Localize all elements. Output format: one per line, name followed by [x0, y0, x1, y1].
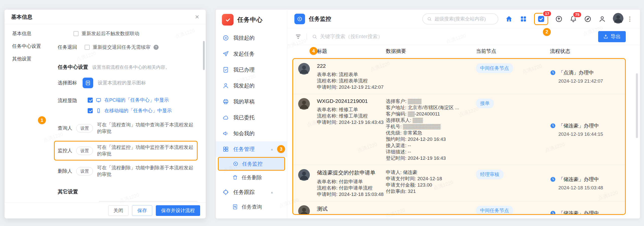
dialog-nav-other-settings[interactable]: 其他设置 — [12, 56, 45, 62]
cloud-icon — [222, 114, 229, 121]
table-rows-highlight: 222 表单名称: 流程表单 流程名称: 流程表单流程 申请时间: 2024-1… — [292, 58, 626, 215]
filter-icon[interactable] — [295, 33, 301, 40]
avatar — [298, 70, 310, 76]
pc-visible-checkbox[interactable] — [88, 98, 93, 103]
topbar-actions: 超级搜索(搜索全站内容) 17 2 — [422, 13, 633, 25]
sidebar-item-task-query[interactable]: 任务查询 — [216, 200, 287, 214]
sidebar-item-task-delete[interactable]: 任务删除 — [216, 171, 287, 184]
sidebar-item-label: 发起任务 — [233, 50, 255, 57]
app-logo — [222, 14, 234, 26]
more-menu-icon[interactable]: ⋮ — [627, 15, 633, 22]
row-meta: 表单名称: 流程表单 — [317, 71, 386, 78]
sidebar-item-label: 任务查询 — [242, 204, 262, 210]
dialog-body: 基本信息 任务中心设置 其他设置 重新发起后不触发数据联动 任务退回 重新提交退… — [5, 24, 206, 202]
in-progress-icon — [550, 123, 556, 129]
sidebar-item-suspended[interactable]: 我挂起的 — [216, 30, 287, 46]
dialog-nav-task-center-settings[interactable]: 任务中心设置 — [12, 43, 45, 50]
in-progress-icon — [550, 70, 556, 76]
page-title-icon — [294, 14, 305, 24]
publish-button[interactable] — [555, 15, 563, 23]
apps-grid-icon — [520, 15, 527, 23]
divider — [307, 33, 307, 40]
export-button[interactable]: 导出 — [598, 31, 626, 42]
keyword-search-input[interactable]: 关键字搜索（按Enter搜索） — [312, 33, 383, 40]
flow-start-callback-input[interactable] — [99, 201, 198, 202]
sidebar-item-delegated[interactable]: 我已委托 — [216, 109, 287, 125]
dialog-side-nav: 基本信息 任务中心设置 其他设置 — [5, 24, 45, 202]
sidebar-item-task-monitor[interactable]: 任务监控 — [218, 157, 285, 171]
mobile-visible-checkbox[interactable] — [88, 108, 93, 113]
close-button[interactable]: 关闭 — [108, 205, 128, 216]
task-center-settings-title: 任务中心设置 — [58, 64, 88, 71]
notification-count-badge: 75 — [573, 12, 582, 18]
chevron-up-icon[interactable]: ▴ — [271, 190, 273, 194]
query-role-set-button[interactable]: 设置 — [76, 124, 93, 132]
task-center-window: 任务中心 我挂起的 发起任务 我已办理 我发起的 我的草稿 — [216, 10, 640, 218]
discover-button[interactable] — [584, 15, 592, 23]
dialog-nav-basic-info[interactable]: 基本信息 — [12, 30, 45, 37]
row-meta: 申请时间: 2024-12-18 15:03:48 — [317, 191, 386, 197]
avatar — [298, 212, 310, 215]
megaphone-icon — [222, 130, 229, 137]
annotation-badge-4: 4 — [310, 47, 317, 55]
table-row[interactable]: WXGD-20241219001 表单名称: 维修工单 流程名称: 维修工单流程… — [293, 94, 625, 165]
table-row[interactable]: 222 表单名称: 流程表单 流程名称: 流程表单流程 申请时间: 2024-1… — [293, 59, 625, 94]
notifications-button[interactable]: 75 — [570, 15, 577, 23]
relaunch-no-linkage-checkbox[interactable] — [73, 31, 79, 36]
dialog-scrollbar[interactable] — [203, 41, 205, 70]
chevron-up-icon[interactable]: ▴ — [271, 147, 273, 151]
avatar-photo — [613, 13, 623, 24]
row-title: WXGD-20241219001 — [317, 98, 386, 104]
avatar — [298, 105, 310, 111]
row-meta: 流程名称: 维修工单流程 — [317, 113, 386, 119]
pause-circle-icon — [222, 35, 229, 41]
apps-button[interactable] — [520, 15, 527, 23]
mobile-visible-label: 在移动端的「任务中心」中显示 — [104, 107, 172, 114]
status-text: 「储连豪」办理中 — [558, 210, 599, 215]
person-icon — [598, 15, 606, 23]
home-button[interactable] — [505, 15, 513, 23]
resubmit-no-review-checkbox[interactable] — [85, 45, 90, 50]
monitor-icon — [96, 97, 101, 103]
send-icon — [222, 51, 229, 57]
page: 点滴1220 点滴1220 点滴1220 点滴1220 点滴1220 点滴122… — [0, 0, 644, 226]
current-node-badge: 中间任务节点 — [476, 206, 513, 215]
status-text: 「点滴」办理中 — [558, 69, 594, 76]
sidebar-group-label: 任务跟踪 — [233, 189, 255, 196]
sidebar-item-label: 我发起的 — [233, 82, 255, 89]
status-text: 「储连豪」办理中 — [558, 122, 599, 129]
sidebar-group-task-management[interactable]: 任务管理 ▴ 3 — [216, 141, 287, 157]
status-text: 「储连豪」办理中 — [558, 176, 599, 183]
sidebar-group-task-tracking[interactable]: 任务跟踪 ▴ — [216, 184, 287, 200]
list-toolbar: 关键字搜索（按Enter搜索） 导出 — [287, 28, 640, 45]
sidebar-item-launch-task[interactable]: 发起任务 — [216, 46, 287, 62]
task-return-label: 任务退回 — [58, 44, 77, 51]
sidebar-item-cc-to-me[interactable]: 知会我的 — [216, 125, 287, 141]
global-search-placeholder: 超级搜索(搜索全站内容) — [434, 16, 486, 22]
save-button[interactable]: 保存 — [132, 205, 152, 216]
summary-line: 登记时间: 2024-12-19 16:43 — [386, 155, 476, 161]
main-panel: 任务监控 超级搜索(搜索全站内容) 17 2 — [287, 10, 640, 218]
save-and-design-button[interactable]: 保存并设计流程 — [156, 205, 200, 216]
table-header: 4 标题 数据摘要 当前节点 流程状态 — [287, 45, 640, 57]
summary-line: 申请支付金额: 123.00 — [386, 182, 476, 188]
column-header-title: 标题 — [317, 48, 386, 55]
row-meta: 流程名称: 付款申请单流程 — [317, 185, 386, 191]
flow-icon-picker[interactable] — [83, 78, 93, 88]
list-scrollbar[interactable] — [636, 73, 638, 138]
sidebar-item-launched-by-me[interactable]: 我发起的 — [216, 78, 287, 94]
delete-role-set-button[interactable]: 设置 — [76, 167, 93, 175]
profile-button[interactable] — [598, 15, 606, 23]
global-search-input[interactable]: 超级搜索(搜索全站内容) — [422, 13, 498, 25]
summary-line: 选择联系人: ▒▒▒ — [386, 117, 476, 123]
user-avatar[interactable] — [613, 13, 623, 25]
table-row[interactable]: 测试 表单名称: 生产任务 中间任务节点 「储连豪」办理中 — [293, 201, 625, 215]
sidebar-item-handled[interactable]: 我已办理 — [216, 62, 287, 78]
check-icon — [224, 16, 231, 23]
sidebar-item-drafts[interactable]: 我的草稿 — [216, 94, 287, 109]
help-icon[interactable]: ? — [154, 45, 159, 50]
table-row[interactable]: 储连豪提交的付款申请单 表单名称: 付款申请单 流程名称: 付款申请单流程 申请… — [293, 165, 625, 201]
close-icon[interactable]: × — [195, 13, 199, 20]
task-center-button-highlight[interactable]: 17 2 — [534, 13, 548, 25]
monitor-role-set-button[interactable]: 设置 — [76, 147, 93, 155]
